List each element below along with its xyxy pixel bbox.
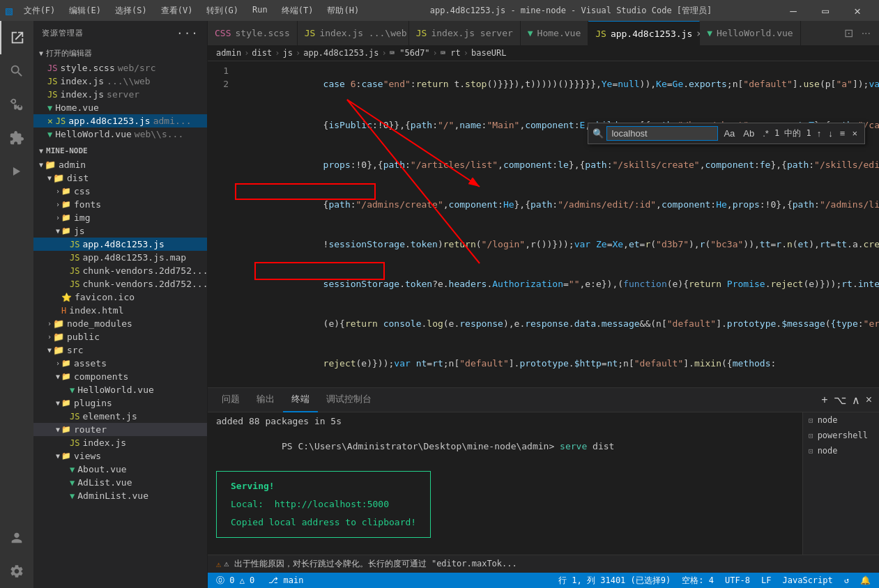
menu-select[interactable]: 选择(S) [109,3,153,18]
find-input[interactable] [606,126,718,141]
open-file-index-web[interactable]: JS index.js...\\web [33,75,207,88]
activity-source-control[interactable] [0,88,33,121]
tree-plugins[interactable]: ▼📁plugins [33,396,207,410]
terminal-node-1[interactable]: ⊡ node [803,412,879,428]
tree-favicon[interactable]: ⭐ favicon.ico [33,291,207,304]
menu-file[interactable]: 文件(F) [18,3,61,18]
open-file-style[interactable]: JS style.scssweb/src [33,61,207,75]
open-file-home-vue[interactable]: ▼ Home.vue [33,101,207,114]
open-file-app-js[interactable]: ✕ JS app.4d8c1253.jsadmi... [33,114,207,127]
breadcrumb-56d7[interactable]: ⌨ "56d7" [390,48,430,58]
tree-helloworld-vue[interactable]: ▼ HelloWorld.vue [33,383,207,396]
code-editor[interactable]: 1 2 case 6:case"end":return t.stop()}}})… [208,61,879,387]
tree-about-vue[interactable]: ▼ About.vue [33,463,207,476]
tab-home-vue[interactable]: ▼ Home.vue [521,21,588,45]
activity-extensions[interactable] [0,121,33,155]
find-dismiss[interactable]: × [849,127,860,140]
tree-element-js[interactable]: JS element.js [33,410,207,423]
panel-tab-problems[interactable]: 问题 [213,387,248,412]
status-eol[interactable]: LF [758,575,774,587]
find-prev[interactable]: ↑ [814,127,825,140]
activity-explorer[interactable] [0,21,33,54]
tree-adlist-vue[interactable]: ▼ AdList.vue [33,476,207,489]
breadcrumb-admin[interactable]: admin [216,48,241,58]
more-tabs-button[interactable]: ··· [859,26,873,41]
panel-close-button[interactable]: × [864,392,873,408]
tab-style-scss[interactable]: CSS style.scss [208,21,298,45]
tree-css[interactable]: ›📁css [33,185,207,198]
find-match-case[interactable]: Aa [721,127,737,140]
maximize-button[interactable]: ▭ [809,0,841,21]
status-sync[interactable]: ↺ [841,575,852,587]
tree-chunk-2[interactable]: JS chunk-vendors.2dd752... [33,277,207,291]
panel-layout-button[interactable]: ⌥ [832,392,848,408]
tree-public[interactable]: ›📁public [33,330,207,343]
close-button[interactable]: ✕ [841,0,873,21]
tab-index-server[interactable]: JS index.js server [409,21,521,45]
menu-bar[interactable]: 文件(F) 编辑(E) 选择(S) 查看(V) 转到(G) Run 终端(T) … [18,3,365,18]
tree-views[interactable]: ▼📁views [33,449,207,463]
panel-tab-terminal[interactable]: 终端 [283,387,318,412]
find-regex[interactable]: .* [760,127,772,140]
code-content[interactable]: case 6:case"end":return t.stop()}}}),t))… [236,61,879,387]
menu-edit[interactable]: 编辑(E) [63,3,107,18]
find-next[interactable]: ↓ [825,127,836,140]
open-editors-section[interactable]: ▼ 打开的编辑器 [33,45,207,61]
tree-fonts[interactable]: ›📁fonts [33,198,207,211]
activity-account[interactable] [0,521,33,555]
status-spaces[interactable]: 空格: 4 [679,575,717,587]
breadcrumb-dist[interactable]: dist [252,48,272,58]
terminal-powershell[interactable]: ⊡ powershell [803,428,879,443]
status-position[interactable]: 行 1, 列 31401 (已选择9) [556,575,673,587]
status-git[interactable]: ⎇ main [266,575,306,585]
tree-node-modules[interactable]: ›📁node_modules [33,317,207,330]
breadcrumb-rt[interactable]: ⌨ rt [441,48,461,58]
activity-search[interactable] [0,54,33,88]
find-match-word[interactable]: Ab [740,127,757,140]
tree-assets[interactable]: ›📁assets [33,357,207,370]
breadcrumb-file[interactable]: app.4d8c1253.js [303,48,379,58]
tab-app-js[interactable]: JS app.4d8c1253.js × [588,21,700,45]
find-close[interactable]: ≡ [837,127,848,140]
menu-help[interactable]: 帮助(H) [321,3,365,18]
breadcrumb-js[interactable]: js [283,48,293,58]
tab-helloworld[interactable]: ▼ HelloWorld.vue [700,21,800,45]
project-root[interactable]: ▼ MINE-NODE [33,144,207,158]
menu-run[interactable]: Run [247,3,273,18]
menu-view[interactable]: 查看(V) [155,3,199,18]
panel-add-button[interactable]: + [820,392,829,408]
split-editor-button[interactable]: ⊡ [841,25,856,41]
open-file-index-server[interactable]: JS index.jsserver [33,88,207,101]
panel-tab-debug[interactable]: 调试控制台 [318,387,380,412]
tree-indexhtml[interactable]: H index.html [33,304,207,317]
activity-settings[interactable] [0,555,33,588]
tab-index-web[interactable]: JS index.js ...\web [298,21,409,45]
tree-app-js-map[interactable]: JS app.4d8c1253.js.map [33,251,207,264]
tree-js[interactable]: ▼📁js [33,224,207,238]
status-errors[interactable]: ⓪ 0 △ 0 [213,575,257,587]
tree-adminlist-vue[interactable]: ▼ AdminList.vue [33,489,207,502]
panel-tab-output[interactable]: 输出 [248,387,283,412]
terminal-node-2[interactable]: ⊡ node [803,443,879,458]
minimize-button[interactable]: ‒ [777,0,809,21]
status-language[interactable]: JavaScript [780,575,836,587]
breadcrumb-baseurl[interactable]: baseURL [471,48,507,58]
menu-goto[interactable]: 转到(G) [201,3,244,18]
tree-img[interactable]: ›📁img [33,211,207,224]
tree-chunk-1[interactable]: JS chunk-vendors.2dd752... [33,264,207,277]
tree-components[interactable]: ▼📁components [33,370,207,383]
terminal-content[interactable]: added 88 packages in 5s PS C:\Users\Admi… [208,412,802,555]
tree-dist[interactable]: ▼📁dist [33,171,207,185]
open-file-helloworld[interactable]: ▼ HelloWorld.vueweb\\s... [33,127,207,141]
panel-maximize-button[interactable]: ∧ [850,392,862,408]
menu-terminal[interactable]: 终端(T) [276,3,319,18]
status-encoding[interactable]: UTF-8 [722,575,753,587]
tree-router-index[interactable]: JS index.js [33,436,207,449]
tree-router[interactable]: ▼📁router [33,423,207,436]
tree-src[interactable]: ▼📁src [33,343,207,357]
tree-app-js[interactable]: JS app.4d8c1253.js [33,238,207,251]
activity-run[interactable] [0,155,33,188]
tree-admin[interactable]: ▼📁admin [33,158,207,171]
sidebar-more-icon[interactable]: ··· [176,26,199,40]
status-bell[interactable]: 🔔 [857,575,873,587]
